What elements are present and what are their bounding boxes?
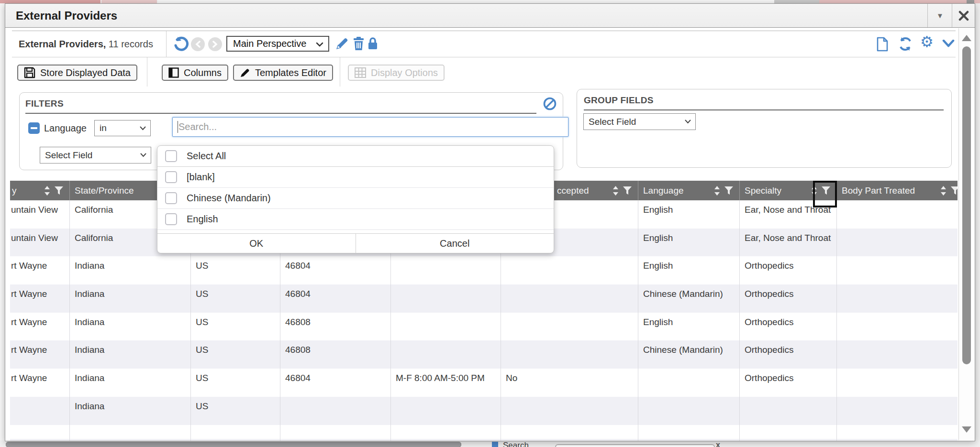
table-cell <box>191 425 280 439</box>
clear-filters-button[interactable] <box>543 97 557 111</box>
table-cell: Indiana <box>70 340 191 369</box>
scroll-down-icon[interactable] <box>962 426 971 433</box>
chevron-down-icon <box>140 153 146 157</box>
save-icon <box>24 67 35 78</box>
ok-button[interactable]: OK <box>157 234 356 253</box>
dropdown-option-label: English <box>187 214 218 225</box>
table-cell <box>501 284 638 313</box>
table-cell <box>837 229 958 257</box>
table-cell: Indiana <box>70 256 191 284</box>
table-row: IndianaUS <box>10 397 958 425</box>
checkbox-icon[interactable] <box>165 171 177 183</box>
grid-icon <box>492 442 498 447</box>
filter-operator-select[interactable]: in <box>94 120 151 136</box>
table-cell: US <box>191 340 280 369</box>
add-filter-field-select[interactable]: Select Field <box>40 147 151 164</box>
dropdown-option[interactable]: English <box>157 209 554 230</box>
checkbox-icon[interactable] <box>165 150 177 162</box>
background-strip <box>0 0 100 3</box>
group-fields-header: GROUP FIELDS <box>584 95 944 110</box>
filter-icon[interactable] <box>623 186 632 195</box>
horizontal-scrollbar-thumb[interactable] <box>6 442 461 447</box>
background-strip <box>101 0 157 3</box>
table-cell <box>837 313 958 341</box>
checkbox-icon[interactable] <box>165 192 177 204</box>
columns-button[interactable]: Columns <box>162 65 228 81</box>
sort-icon[interactable] <box>44 186 50 196</box>
templates-editor-button[interactable]: Templates Editor <box>233 65 333 81</box>
column-header[interactable]: Body Part Treated <box>837 181 958 200</box>
group-field-select[interactable]: Select Field <box>583 113 696 130</box>
background-strip <box>774 0 819 3</box>
chevron-left-icon <box>195 41 200 48</box>
filter-icon[interactable] <box>724 186 733 195</box>
table-cell <box>837 425 958 439</box>
modal-titlebar: External Providers ▼ <box>5 4 975 28</box>
table-cell <box>501 340 638 369</box>
table-cell: US <box>191 397 280 425</box>
lock-perspective-button[interactable] <box>367 37 379 50</box>
background-strip <box>819 0 980 3</box>
filter-icon[interactable] <box>55 186 63 195</box>
vertical-scrollbar[interactable] <box>958 28 975 440</box>
table-cell: Chinese (Mandarin) <box>638 284 740 313</box>
records-title: External Providers, <box>19 39 106 49</box>
sort-icon[interactable] <box>940 186 947 196</box>
pencil-icon <box>335 37 349 50</box>
table-cell <box>10 397 70 425</box>
group-fields-title: GROUP FIELDS <box>584 95 654 105</box>
table-cell <box>740 397 837 425</box>
refresh-button[interactable] <box>898 37 913 51</box>
columns-icon <box>168 67 179 78</box>
sort-icon[interactable] <box>612 186 619 196</box>
vertical-scrollbar-thumb[interactable] <box>962 46 971 364</box>
undo-button[interactable] <box>173 36 189 52</box>
table-cell: Orthopedics <box>740 369 837 397</box>
dropdown-option[interactable]: [blank] <box>157 167 554 188</box>
store-displayed-data-button[interactable]: Store Displayed Data <box>17 65 137 81</box>
window-menu-button[interactable]: ▼ <box>927 4 952 27</box>
table-cell: rt Wayne <box>10 284 70 313</box>
perspective-select[interactable]: Main Perspective <box>226 36 329 52</box>
checkbox-icon[interactable] <box>165 213 177 225</box>
dropdown-footer: OK Cancel <box>157 233 554 253</box>
settings-button[interactable]: ⚙ <box>920 35 934 49</box>
new-document-button[interactable] <box>876 37 889 52</box>
store-displayed-data-label: Store Displayed Data <box>40 67 131 78</box>
table-cell <box>391 340 501 369</box>
column-header[interactable]: y <box>10 181 70 200</box>
scroll-up-icon[interactable] <box>962 35 971 41</box>
close-icon <box>958 11 969 21</box>
close-button[interactable] <box>952 4 975 27</box>
remove-filter-button[interactable] <box>28 122 40 134</box>
collapse-button[interactable] <box>942 40 955 47</box>
dropdown-option[interactable]: Select All <box>157 146 554 167</box>
dropdown-option[interactable]: Chinese (Mandarin) <box>157 188 554 209</box>
caret-down-icon: ▼ <box>936 11 944 20</box>
filter-operator-value: in <box>100 123 107 133</box>
search-input[interactable] <box>172 117 568 137</box>
refresh-icon <box>898 37 913 51</box>
toolbar: External Providers, 11 records Main Pers… <box>12 31 956 57</box>
table-row: rt WayneIndianaUS46804Chinese (Mandarin)… <box>10 284 958 313</box>
table-row: rt WayneIndianaUS46804M-F 8:00 AM-5:00 P… <box>10 369 958 397</box>
sort-icon[interactable] <box>714 186 720 196</box>
filter-value-dropdown: Select All[blank]Chinese (Mandarin)Engli… <box>157 145 554 253</box>
table-cell <box>501 313 638 341</box>
table-cell: English <box>638 313 740 341</box>
records-number: 11 records <box>106 39 153 49</box>
footer-input[interactable] <box>555 444 715 447</box>
table-cell: US <box>191 284 280 313</box>
trash-icon <box>353 37 365 50</box>
column-header[interactable]: Language <box>638 181 740 200</box>
table-cell <box>10 425 70 439</box>
filters-header: FILTERS <box>25 98 536 114</box>
delete-perspective-button[interactable] <box>353 37 365 50</box>
table-cell <box>191 439 280 441</box>
footer-close-icon[interactable]: x <box>716 441 720 447</box>
external-providers-modal: External Providers ▼ External Providers,… <box>5 3 975 441</box>
table-cell: 46808 <box>280 313 391 341</box>
filter-icon[interactable] <box>951 186 958 195</box>
edit-perspective-button[interactable] <box>335 37 349 50</box>
cancel-button[interactable]: Cancel <box>356 234 554 253</box>
